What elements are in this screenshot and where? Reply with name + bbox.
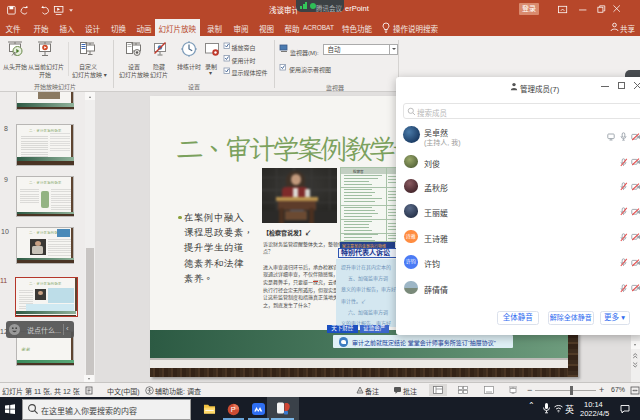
svg-text:P: P xyxy=(231,405,236,414)
